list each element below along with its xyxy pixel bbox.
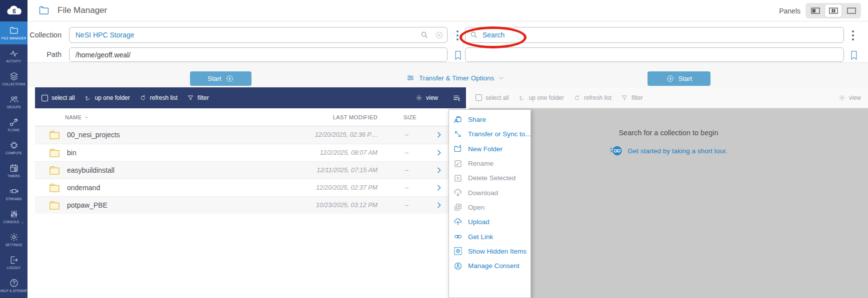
menu-item-download[interactable]: Download [449,185,530,200]
single-panel-button[interactable] [807,4,824,17]
file-table-header: NAME LAST MODIFIED SIZE [35,108,466,126]
transfer-arrows-icon [454,130,462,139]
dual-panel-button[interactable] [825,4,842,17]
filter-button: filter [621,94,643,101]
refresh-list-button[interactable]: refresh list [140,94,178,101]
filter-icon [187,94,194,101]
manage-consent-icon [454,262,462,271]
sidebar-item-file-manager[interactable]: FILE MANAGER [0,21,28,44]
collection-search-input[interactable] [465,27,844,43]
table-row[interactable]: easybuildinstall 12/11/2025, 07:15 AM – [35,161,466,179]
search-icon [470,30,478,39]
sliders-icon [406,74,414,82]
select-all-button[interactable]: select all [42,94,75,101]
up-one-folder-button: up one folder [518,94,564,101]
menu-item-new-folder[interactable]: New Folder [449,142,530,156]
folder-icon [49,183,60,193]
wide-panel-icon [847,7,856,14]
upload-cloud-icon [454,218,462,227]
refresh-list-button: refresh list [574,94,612,101]
folder-icon [49,148,60,158]
folder-icon [9,25,19,35]
menu-item-rename[interactable]: Rename [449,156,530,171]
menu-item-transfer-or-sync[interactable]: Transfer or Sync to... [449,127,530,141]
transfer-timer-options-button[interactable]: Transfer & Timer Options [406,74,504,82]
column-header-size[interactable]: SIZE [404,114,416,120]
people-icon [9,94,19,104]
chevron-right-icon[interactable] [435,201,443,209]
globus-logo[interactable]: g [0,0,28,21]
panel-toggle-group [806,3,861,18]
file-name: 00_nesi_projects [67,131,120,139]
sidebar-item-compute[interactable]: COMPUTE [0,136,28,159]
chevron-right-icon[interactable] [435,166,443,174]
table-row[interactable]: 00_nesi_projects 12/20/2025, 02:36 P… – [35,126,466,144]
right-path-input[interactable] [465,47,844,62]
table-row[interactable]: potpaw_PBE 10/23/2025, 03:12 PM – [35,196,466,214]
path-input[interactable] [69,47,448,62]
chevron-right-icon[interactable] [435,184,443,192]
table-row[interactable]: bin 12/2/2025, 08:07 AM – [35,144,466,161]
streams-icon [9,186,19,196]
sidebar-item-logout[interactable]: LOGOUT [0,251,28,274]
search-icon[interactable] [420,30,429,39]
sidebar-item-label: COMPUTE [6,152,22,155]
up-one-folder-button[interactable]: up one folder [84,94,130,101]
sidebar-item-label: SETTINGS [6,244,22,247]
sidebar-item-label: ACTIVITY [6,60,22,63]
sidebar-item-groups[interactable]: GROUPS [0,90,28,113]
collapse-menu-button[interactable] [452,94,461,102]
wide-panel-button[interactable] [843,4,860,17]
sidebar-item-streams[interactable]: STREAMS [0,182,28,205]
sidebar: g FILE MANAGER ACTIVITY COLLECTIONS GROU… [0,0,28,298]
file-size: – [405,149,408,156]
page-title: File Manager [58,5,107,15]
column-header-name[interactable]: NAME [65,114,89,120]
chevron-right-icon[interactable] [435,149,443,157]
menu-item-delete-selected[interactable]: Delete Selected [449,171,530,185]
transfer-options-label: Transfer & Timer Options [419,74,494,82]
logout-icon [9,255,19,265]
tour-link[interactable]: Get started by taking a short tour. [628,147,728,155]
bookmark-icon[interactable] [850,49,858,61]
view-button: view [838,94,861,101]
search-options-kebab-icon[interactable] [850,29,856,42]
view-button[interactable]: view [416,94,438,101]
start-transfer-left-button[interactable]: Start [648,71,710,86]
gear-icon [9,232,19,242]
layers-icon [9,71,19,81]
file-name: easybuildinstall [67,166,114,174]
sidebar-item-settings[interactable]: SETTINGS [0,228,28,251]
menu-item-show-hidden-items[interactable]: Show Hidden Items [449,244,530,259]
single-panel-icon [811,7,820,14]
collection-options-kebab-icon[interactable] [454,29,461,42]
menu-item-share[interactable]: Share [449,112,530,127]
clear-icon[interactable] [434,30,444,40]
help-icon [9,278,19,288]
sort-chevron-down-icon [84,115,89,120]
gear-icon [416,94,422,101]
chevron-down-icon [20,221,24,225]
bookmark-icon[interactable] [454,49,462,61]
sidebar-item-collections[interactable]: COLLECTIONS [0,67,28,90]
filter-button[interactable]: filter [187,94,209,101]
sidebar-item-console[interactable]: CONSOLE [0,205,28,228]
show-hidden-eye-icon [454,247,462,256]
start-transfer-right-button[interactable]: Start [190,71,252,86]
rename-icon [454,159,462,168]
menu-item-manage-consent[interactable]: Manage Consent [449,259,530,273]
collection-input[interactable] [69,27,448,43]
table-row[interactable]: ondemand 12/20/2025, 02:37 PM – [35,179,466,196]
panels-label: Panels [779,7,800,15]
menu-item-get-link[interactable]: Get Link [449,229,530,244]
column-header-last-modified[interactable]: LAST MODIFIED [275,114,378,120]
sidebar-item-help-sitemap[interactable]: HELP & SITEMAP [0,274,28,297]
sidebar-item-timers[interactable]: TIMERS [0,159,28,182]
sidebar-item-flows[interactable]: FLOWS [0,113,28,136]
menu-item-open[interactable]: Open [449,200,530,215]
sidebar-item-activity[interactable]: ACTIVITY [0,44,28,67]
sidebar-item-label: LOGOUT [7,267,21,270]
chevron-right-icon[interactable] [435,131,443,139]
menu-item-upload[interactable]: Upload [449,215,530,229]
file-size: – [405,131,408,138]
